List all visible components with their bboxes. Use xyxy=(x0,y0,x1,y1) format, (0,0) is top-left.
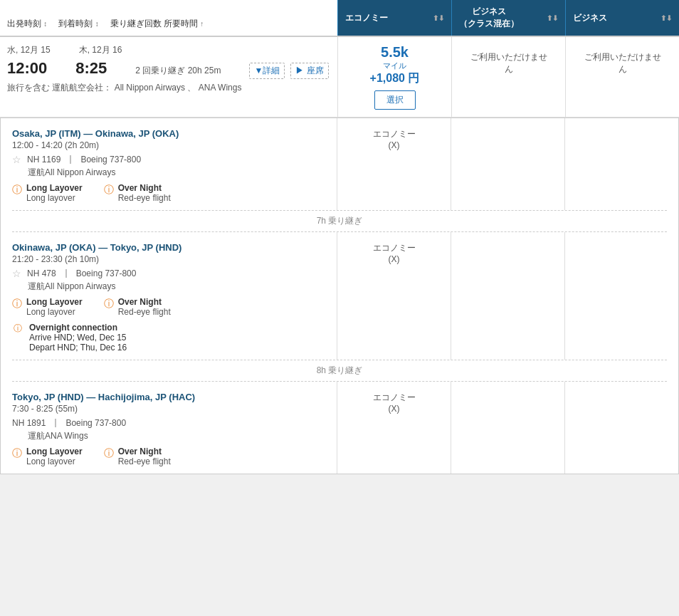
segment-1-flight-num: NH 1169 xyxy=(27,155,60,165)
col-arrive[interactable]: 到着時刻 ↕ xyxy=(58,18,98,30)
warning-icon-1a: ⓘ xyxy=(12,184,22,197)
segment-3-flight-info: NH 1891 ｜ Boeing 737-800 xyxy=(12,417,325,429)
segment-3-overnight-title: Over Night xyxy=(118,447,171,456)
segment-1-economy-label: エコノミー(X) xyxy=(373,128,416,150)
segment-1-route: Osaka, JP (ITM) — Okinawa, JP (OKA) xyxy=(12,128,325,139)
flight-date-row: 水, 12月 15 木, 12月 16 xyxy=(7,44,330,56)
header-left: 出発時刻 ↕ 到着時刻 ↕ 乗り継ぎ回数 所要時間 ↑ xyxy=(0,0,337,36)
segment-1-biz-col xyxy=(564,118,678,210)
segment-3-route: Tokyo, JP (HND) — Hachijojima, JP (HAC) xyxy=(12,392,325,402)
segment-3-warnings: ⓘ Long Layover Long layover ⓘ Over Night… xyxy=(12,447,325,466)
segment-row-2: Okinawa, JP (OKA) — Tokyo, JP (HND) 21:2… xyxy=(1,232,678,360)
overnight-conn-icon: ⓘ xyxy=(14,323,22,335)
segment-2-long-layover: ⓘ Long Layover Long layover xyxy=(12,297,83,317)
detail-link[interactable]: ▼詳細 xyxy=(249,63,285,79)
segment-1-economy-col: エコノミー(X) xyxy=(337,118,451,210)
business-unavailable: ご利用いただけません xyxy=(565,37,679,117)
warning-icon-2b: ⓘ xyxy=(104,298,114,310)
header-business-mixed-label: ビジネス（クラス混在） xyxy=(459,6,519,30)
warning-icon-2a: ⓘ xyxy=(12,298,22,310)
segment-3-overnight-desc: Red-eye flight xyxy=(118,456,171,466)
overnight-conn-text: Overnight connection Arrive HND; Wed, De… xyxy=(29,323,127,353)
segment-1-layover-desc: Long layover xyxy=(26,193,83,203)
segment-2-overnight: ⓘ Over Night Red-eye flight xyxy=(104,297,171,317)
warning-icon-3a: ⓘ xyxy=(12,447,22,460)
segment-2-route: Okinawa, JP (OKA) — Tokyo, JP (HND) xyxy=(12,242,325,253)
arrive-day: 木, 12月 16 xyxy=(79,44,122,56)
arrive-time: 8:25 xyxy=(75,59,107,78)
detail-panel: Osaka, JP (ITM) — Okinawa, JP (OKA) 12:0… xyxy=(0,118,679,474)
col-depart[interactable]: 出発時刻 ↕ xyxy=(7,18,47,30)
airlines-info: 旅行を含む 運航航空会社： All Nippon Airways 、 ANA W… xyxy=(7,82,330,94)
details-actions: ▼詳細 ▶ 座席 xyxy=(249,63,328,79)
segment-1-left: Osaka, JP (ITM) — Okinawa, JP (OKA) 12:0… xyxy=(1,118,337,210)
segment-3-block: Tokyo, JP (HND) — Hachijojima, JP (HAC) … xyxy=(1,382,337,474)
overnight-conn-line1: Arrive HND; Wed, Dec 15 xyxy=(29,333,127,343)
segment-3-layover-desc: Long layover xyxy=(26,456,83,466)
unavailable-text-1: ご利用いただけません xyxy=(459,44,558,83)
connections-info: 2 回乗り継ぎ 20h 25m xyxy=(135,65,221,77)
segment-1-aircraft: Boeing 737-800 xyxy=(80,155,141,165)
segment-row-1: Osaka, JP (ITM) — Okinawa, JP (OKA) 12:0… xyxy=(1,118,678,210)
segment-1-overnight-text: Over Night Red-eye flight xyxy=(118,183,171,203)
segment-3-overnight: ⓘ Over Night Red-eye flight xyxy=(104,447,171,466)
segment-2-layover-title: Long Layover xyxy=(26,297,83,307)
segment-2-left: Okinawa, JP (OKA) — Tokyo, JP (HND) 21:2… xyxy=(1,232,337,360)
segment-3-economy-label: エコノミー(X) xyxy=(373,392,416,414)
depart-time: 12:00 xyxy=(7,59,47,78)
unavailable-text-2: ご利用いただけません xyxy=(573,44,672,83)
segment-2-times: 21:20 - 23:30 (2h 10m) xyxy=(12,254,325,264)
segment-1-overnight-desc: Red-eye flight xyxy=(118,193,171,203)
layover-2-text: 8h 乗り継ぎ xyxy=(317,365,363,375)
segment-row-3: Tokyo, JP (HND) — Hachijojima, JP (HAC) … xyxy=(1,382,678,474)
segment-1-block: Osaka, JP (ITM) — Okinawa, JP (OKA) 12:0… xyxy=(1,118,337,210)
segment-1-layover-text: Long Layover Long layover xyxy=(26,183,83,203)
select-button[interactable]: 選択 xyxy=(374,90,416,110)
star-icon-2: ☆ xyxy=(12,268,21,279)
business-mixed-unavailable: ご利用いただけません xyxy=(451,37,565,117)
segment-2-warnings: ⓘ Long Layover Long layover ⓘ Over Night… xyxy=(12,297,325,317)
overnight-conn-line2: Depart HND; Thu, Dec 16 xyxy=(29,343,127,353)
segment-1-layover-title: Long Layover xyxy=(26,183,83,193)
price-yen: +1,080 円 xyxy=(370,71,420,86)
segment-2-economy-col: エコノミー(X) xyxy=(337,232,451,360)
segment-1-overnight: ⓘ Over Night Red-eye flight xyxy=(104,183,171,203)
segment-2-overnight-title: Over Night xyxy=(118,297,171,307)
segment-3-layover-text: Long Layover Long layover xyxy=(26,447,83,466)
overnight-conn-title: Overnight connection xyxy=(29,323,127,333)
segment-1-flight-info: ☆ NH 1169 ｜ Boeing 737-800 xyxy=(12,153,325,165)
layover-1-text: 7h 乗り継ぎ xyxy=(317,216,363,226)
depart-day: 水, 12月 15 xyxy=(7,44,51,56)
chevron-economy: ⬆⬇ xyxy=(433,14,444,22)
header-row: 出発時刻 ↕ 到着時刻 ↕ 乗り継ぎ回数 所要時間 ↑ エコノミー ⬆⬇ ビジネ… xyxy=(0,0,679,37)
segment-1-overnight-title: Over Night xyxy=(118,183,171,193)
segment-1-biz-mixed-col xyxy=(451,118,564,210)
segment-1-times: 12:00 - 14:20 (2h 20m) xyxy=(12,140,325,150)
segment-1-warnings: ⓘ Long Layover Long layover ⓘ Over Night… xyxy=(12,183,325,203)
segment-3-biz-col xyxy=(564,382,678,474)
segment-3-times: 7:30 - 8:25 (55m) xyxy=(12,404,325,414)
warning-icon-3b: ⓘ xyxy=(104,447,114,460)
segment-3-layover-title: Long Layover xyxy=(26,447,83,456)
segment-3-flight-num: NH 1891 xyxy=(12,418,46,428)
price-miles: 5.5k xyxy=(381,44,409,61)
warning-icon-1b: ⓘ xyxy=(104,184,114,197)
flight-summary-left: 水, 12月 15 木, 12月 16 12:00 8:25 2 回乗り継ぎ 2… xyxy=(0,37,337,117)
segment-2-overnight-conn: ⓘ Overnight connection Arrive HND; Wed, … xyxy=(12,323,325,353)
header-business-mixed: ビジネス（クラス混在） ⬆⬇ xyxy=(451,0,565,36)
segment-2-economy-label: エコノミー(X) xyxy=(373,242,416,264)
layover-divider-2: 8h 乗り継ぎ xyxy=(12,360,667,382)
seat-link[interactable]: ▶ 座席 xyxy=(290,63,328,79)
price-miles-label: マイル xyxy=(383,61,406,71)
segment-2-flight-info: ☆ NH 478 ｜ Boeing 737-800 xyxy=(12,267,325,279)
segment-2-biz-mixed-col xyxy=(451,232,564,360)
chevron-business: ⬆⬇ xyxy=(660,14,672,22)
economy-price-col: 5.5k マイル +1,080 円 選択 xyxy=(337,37,451,117)
header-economy-label: エコノミー xyxy=(345,12,388,24)
layover-divider-1: 7h 乗り継ぎ xyxy=(12,210,667,232)
sort-icon-depart: ↕ xyxy=(43,20,47,28)
header-business: ビジネス ⬆⬇ xyxy=(565,0,679,36)
col-connections[interactable]: 乗り継ぎ回数 所要時間 ↑ xyxy=(110,18,204,30)
segment-2-layover-desc: Long layover xyxy=(26,307,83,317)
segment-2-biz-col xyxy=(564,232,678,360)
